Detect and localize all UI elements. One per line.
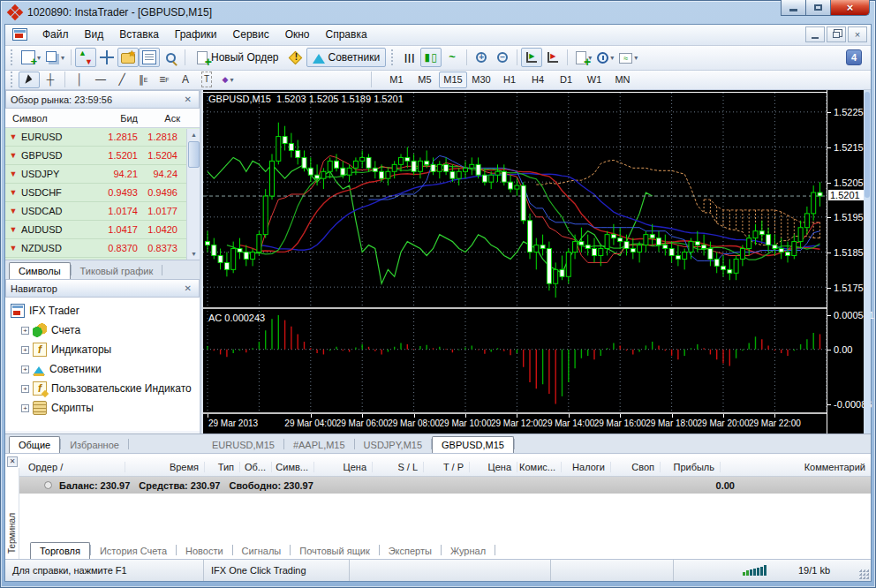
terminal-column-header[interactable]: Симв...: [272, 462, 314, 472]
close-icon[interactable]: ✕: [182, 283, 194, 293]
mdi-minimize-button[interactable]: [805, 26, 825, 42]
terminal-column-header[interactable]: Комментарий: [721, 462, 871, 472]
timeframe-h1[interactable]: H1: [495, 72, 524, 88]
line-chart-button[interactable]: ~: [442, 48, 463, 67]
strategy-tester-button[interactable]: [160, 48, 181, 67]
terminal-column-header[interactable]: Об...: [240, 462, 272, 472]
zoom-in-button[interactable]: +: [471, 48, 492, 67]
chart-area[interactable]: GBPUSD,M15 1.5203 1.5205 1.5189 1.5201 A…: [203, 90, 871, 433]
expand-icon[interactable]: +: [21, 327, 29, 335]
expert-advisors-button[interactable]: Советники: [306, 48, 387, 67]
market-watch-row[interactable]: ▼AUDUSD1.04171.0420: [5, 221, 200, 239]
terminal-tab[interactable]: Журнал: [442, 543, 495, 559]
terminal-column-header[interactable]: Цена: [470, 462, 517, 472]
menu-insert[interactable]: Вставка: [111, 26, 167, 43]
market-watch-row[interactable]: ▼EURUSD1.28151.2818: [5, 128, 200, 147]
candlestick-chart-button[interactable]: ▮▯: [420, 48, 442, 67]
navigator-tab[interactable]: Общие: [9, 436, 60, 453]
chart-tab[interactable]: #AAPL,M15: [284, 437, 354, 453]
new-order-button[interactable]: Новый Ордер: [189, 48, 284, 67]
periods-button[interactable]: ▾: [594, 48, 616, 67]
timeframe-m30[interactable]: M30: [467, 72, 495, 88]
new-chart-button[interactable]: ▾: [19, 48, 43, 67]
terminal-tab[interactable]: Новости: [177, 543, 232, 559]
market-watch-row[interactable]: ▼USDJPY94.2194.24: [5, 165, 200, 184]
close-icon[interactable]: ✕: [182, 94, 194, 104]
column-symbol[interactable]: Символ: [5, 113, 87, 124]
mdi-close-button[interactable]: ×: [848, 26, 867, 42]
toolbar-grip[interactable]: [11, 72, 15, 87]
bar-chart-button[interactable]: |||: [399, 48, 420, 67]
tree-item[interactable]: +Счета: [11, 320, 200, 340]
auto-scroll-toggle[interactable]: ▶: [521, 48, 542, 67]
trendline-tool[interactable]: ╱: [111, 72, 132, 88]
terminal-tab[interactable]: Эксперты: [380, 543, 441, 559]
resize-grip[interactable]: [858, 569, 869, 579]
text-tool[interactable]: A: [175, 72, 196, 88]
navigator-toggle[interactable]: [117, 48, 139, 67]
timeframe-m15[interactable]: M15: [439, 72, 467, 88]
chart-tab[interactable]: GBPUSD,M15: [432, 436, 514, 453]
market-watch-row[interactable]: ▼USDCHF0.94930.9496: [5, 184, 200, 202]
terminal-column-header[interactable]: Налоги: [562, 462, 611, 472]
horizontal-line-tool[interactable]: —: [90, 72, 111, 88]
market-watch-row[interactable]: ▼USDCAD1.01741.0177: [5, 202, 200, 221]
terminal-column-header[interactable]: Прибыль: [661, 462, 721, 472]
terminal-toggle[interactable]: [139, 48, 160, 67]
terminal-tab[interactable]: Торговля: [30, 542, 90, 559]
one-click-trading-label[interactable]: IFX One Click Trading: [204, 560, 350, 581]
terminal-column-header[interactable]: Тип: [205, 462, 240, 472]
chart-tab[interactable]: EURUSD,M15: [203, 437, 283, 453]
column-bid[interactable]: Бид: [87, 113, 138, 124]
market-watch-tab[interactable]: Символы: [9, 262, 71, 279]
fibonacci-tool[interactable]: ≡F: [154, 72, 175, 88]
menu-charts[interactable]: Графики: [167, 26, 225, 43]
data-window-toggle[interactable]: [96, 48, 117, 67]
terminal-column-header[interactable]: T / P: [424, 462, 470, 472]
toolbar-grip[interactable]: [11, 49, 15, 65]
vertical-line-tool[interactable]: │: [69, 72, 90, 88]
timeframe-d1[interactable]: D1: [552, 72, 580, 88]
column-ask[interactable]: Аск: [138, 113, 184, 124]
terminal-tab[interactable]: Сигналы: [233, 543, 291, 559]
expand-icon[interactable]: +: [21, 346, 29, 354]
tree-item[interactable]: +Скрипты: [11, 398, 200, 418]
terminal-tab[interactable]: История Счета: [91, 543, 176, 559]
cursor-tool[interactable]: [19, 72, 40, 88]
scroll-down-icon[interactable]: ▼: [188, 248, 200, 260]
expand-icon[interactable]: +: [21, 385, 29, 393]
notifications-badge[interactable]: 4: [846, 49, 862, 65]
timeframe-m5[interactable]: M5: [411, 72, 439, 88]
templates-button[interactable]: ≈▾: [616, 48, 640, 67]
market-watch-row[interactable]: ▼GBPUSD1.52011.5204: [5, 147, 200, 165]
expand-icon[interactable]: +: [21, 404, 29, 412]
title-bar[interactable]: 1020890: InstaTrader - [GBPUSD,M15] ×: [4, 1, 872, 24]
mdi-restore-button[interactable]: [827, 26, 846, 42]
timeframe-h4[interactable]: H4: [524, 72, 552, 88]
tree-root[interactable]: IFX Trader: [11, 301, 200, 320]
equidistant-channel-tool[interactable]: ∥E: [132, 72, 154, 88]
scroll-thumb[interactable]: [188, 141, 200, 168]
indicators-button[interactable]: ▾: [571, 48, 594, 67]
balance-row[interactable]: Баланс: 230.97 Средства: 230.97 Свободно…: [19, 477, 871, 494]
terminal-column-header[interactable]: Ордер /: [19, 462, 125, 472]
menu-service[interactable]: Сервис: [225, 26, 277, 43]
terminal-column-header[interactable]: Комис...: [517, 462, 562, 472]
market-watch-row[interactable]: ▼EURJPY120.75120.79: [5, 258, 200, 260]
terminal-column-header[interactable]: Цена: [314, 462, 373, 472]
scroll-up-icon[interactable]: ▲: [188, 129, 200, 140]
profiles-button[interactable]: ▾: [43, 48, 67, 67]
close-button[interactable]: ×: [830, 0, 870, 16]
chart-scrollbar[interactable]: [864, 90, 871, 433]
timeframe-mn[interactable]: MN: [608, 72, 637, 88]
market-watch-scrollbar[interactable]: ▲ ▼: [186, 129, 200, 260]
minimize-button[interactable]: [781, 0, 806, 16]
text-label-tool[interactable]: T: [196, 72, 217, 88]
timeframe-w1[interactable]: W1: [580, 72, 608, 88]
chart-shift-toggle[interactable]: ▶: [542, 48, 563, 67]
navigator-tab[interactable]: Избранное: [61, 437, 128, 453]
market-watch-row[interactable]: ▼NZDUSD0.83700.8373: [5, 239, 200, 258]
arrows-tool[interactable]: ◆▾: [217, 72, 238, 88]
toolbar-grip[interactable]: [391, 49, 396, 65]
tree-item[interactable]: +Советники: [11, 359, 200, 379]
